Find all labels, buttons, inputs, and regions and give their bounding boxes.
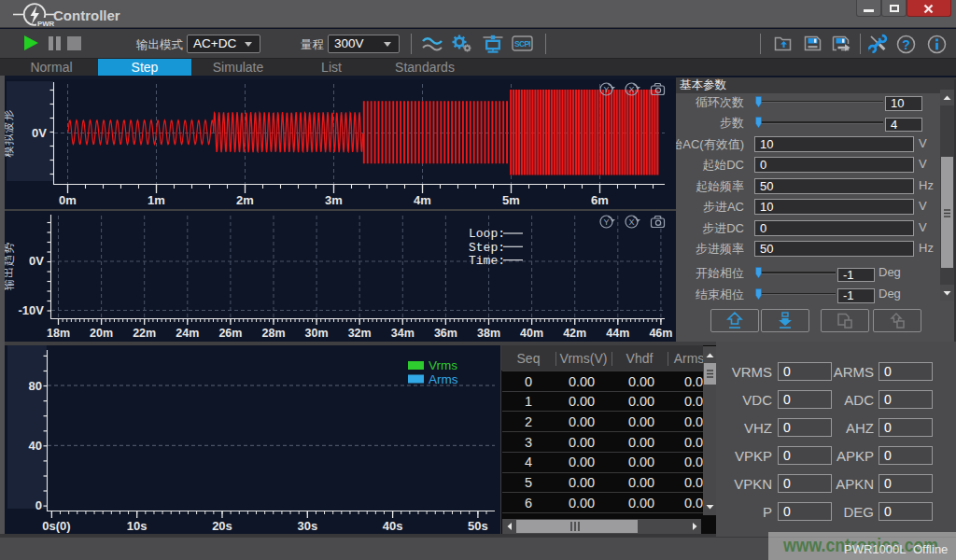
svg-text:28m: 28m <box>261 327 285 340</box>
svg-text:20m: 20m <box>90 327 113 340</box>
svg-text:38m: 38m <box>477 327 500 340</box>
svg-text:X: X <box>628 85 634 94</box>
svg-text:5m: 5m <box>502 193 520 207</box>
svg-text:4m: 4m <box>414 193 431 207</box>
svg-text:20s: 20s <box>212 519 232 533</box>
svg-text:40s: 40s <box>383 519 403 533</box>
svg-text:30m: 30m <box>305 327 329 340</box>
svg-text:0V: 0V <box>29 254 44 268</box>
svg-text:26m: 26m <box>218 327 242 340</box>
svg-text:0: 0 <box>35 498 42 512</box>
svg-text:22m: 22m <box>133 327 156 340</box>
svg-text:3m: 3m <box>325 193 343 207</box>
svg-text:2m: 2m <box>236 193 254 207</box>
svg-text:0s(0): 0s(0) <box>42 519 70 533</box>
svg-text:10s: 10s <box>127 519 148 533</box>
svg-text:42m: 42m <box>563 327 586 340</box>
svg-text:Controller: Controller <box>53 7 120 23</box>
svg-text:SCPI: SCPI <box>514 39 530 49</box>
svg-text:Y: Y <box>603 217 609 227</box>
svg-text:Time:: Time: <box>469 254 505 268</box>
svg-text:Loop:: Loop: <box>469 227 505 241</box>
svg-text:36m: 36m <box>434 327 457 340</box>
svg-text:X: X <box>628 217 634 227</box>
svg-text:40m: 40m <box>520 327 543 340</box>
svg-text:PWR: PWR <box>37 20 55 28</box>
svg-text:40: 40 <box>29 439 42 453</box>
svg-text:24m: 24m <box>176 327 199 340</box>
svg-text:32m: 32m <box>348 327 372 340</box>
svg-text:Arms: Arms <box>429 372 458 386</box>
svg-text:18m: 18m <box>47 327 70 340</box>
svg-text:44m: 44m <box>606 327 629 340</box>
svg-text:30s: 30s <box>297 519 317 533</box>
svg-text:80: 80 <box>29 379 42 393</box>
svg-text:0V: 0V <box>32 126 47 140</box>
svg-text:0m: 0m <box>59 193 77 207</box>
svg-text:?: ? <box>902 37 910 52</box>
svg-text:Step:: Step: <box>469 241 505 255</box>
svg-text:50s: 50s <box>468 519 488 533</box>
svg-text:46m: 46m <box>649 327 672 340</box>
svg-text:6m: 6m <box>591 193 609 207</box>
svg-text:Vrms: Vrms <box>429 358 457 372</box>
svg-text:-10V: -10V <box>19 303 45 317</box>
svg-text:Y: Y <box>603 85 609 94</box>
svg-text:34m: 34m <box>391 327 415 340</box>
svg-text:1m: 1m <box>148 193 165 207</box>
